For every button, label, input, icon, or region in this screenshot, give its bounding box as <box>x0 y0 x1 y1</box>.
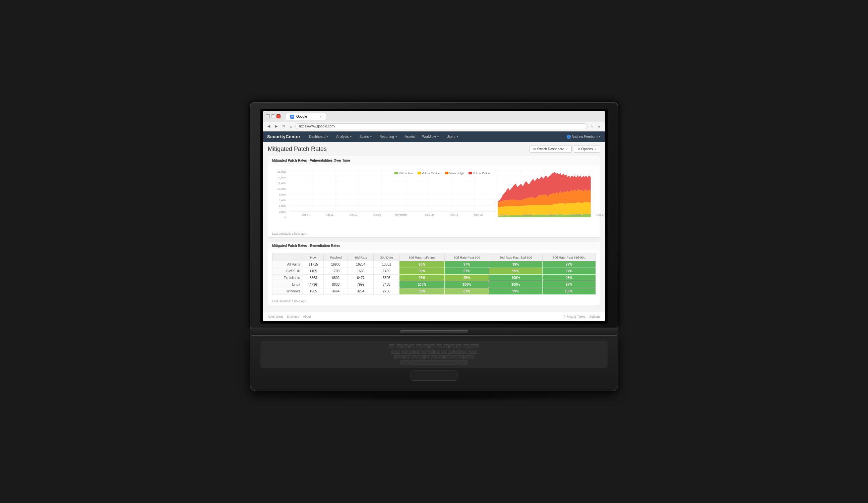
table-body: All Vulns1171516906162541388196%97%99%97… <box>272 261 596 294</box>
key <box>431 355 437 359</box>
cell-name: Linux <box>272 281 303 288</box>
cell-30d-rate: 7999 <box>348 281 374 288</box>
grid-icon: ⊞ <box>533 147 536 151</box>
menu-button[interactable]: ≡ <box>596 123 602 129</box>
key-row-1 <box>389 344 479 349</box>
key <box>438 355 444 359</box>
tab-label: Google <box>296 115 307 118</box>
key <box>443 344 449 349</box>
cell-past-61-90: 97% <box>542 268 596 274</box>
nav-items: Dashboard ▼ Analysis ▼ Scans ▼ Reporti <box>306 133 566 141</box>
cell-patched: 8033 <box>324 281 348 288</box>
nav-item-dashboard[interactable]: Dashboard ▼ <box>306 133 332 141</box>
footer-settings[interactable]: Settings <box>589 315 600 318</box>
bookmark-button[interactable]: ☆ <box>589 123 595 129</box>
y-label-10000: 10,000 <box>278 188 286 190</box>
cell-now: 1105 <box>303 268 324 274</box>
key <box>409 344 415 349</box>
key <box>424 355 430 359</box>
minimize-button[interactable] <box>266 114 270 118</box>
key <box>468 350 477 354</box>
switch-dashboard-button[interactable]: ⊞ Switch Dashboard ▼ <box>529 145 572 153</box>
keyboard-area <box>260 341 608 368</box>
x-label-oct18: Oct 18 <box>350 213 358 216</box>
col-header-name <box>272 253 303 261</box>
key <box>429 344 435 349</box>
footer-business[interactable]: Business <box>287 315 299 318</box>
col-header-30d-rate: 30d Rate <box>348 253 374 261</box>
key <box>417 355 424 359</box>
nav-item-workflow[interactable]: Workflow ▼ <box>419 133 443 141</box>
key <box>465 355 474 359</box>
table-header-row: Now Patched 30d Rate 30d Date 30d Rate -… <box>272 253 596 261</box>
y-label-14000: 14,000 <box>278 176 286 179</box>
screen: G Google × ◀ ▶ ↻ ⌂ https://www.google.co… <box>263 111 605 321</box>
restore-button[interactable] <box>271 114 275 118</box>
browser-tab[interactable]: G Google × <box>286 113 326 120</box>
reload-button[interactable]: ↻ <box>280 123 287 129</box>
nav-item-users[interactable]: Users ▼ <box>443 133 462 141</box>
chart-last-updated: Last Updated: 1 hour ago <box>268 231 600 238</box>
key <box>389 344 395 349</box>
cell-past-61-90: 97% <box>542 261 596 268</box>
y-label-8000: 8,000 <box>279 193 286 196</box>
chart-section-body: 16,000 14,000 12,000 10,000 8,000 6,000 … <box>268 165 600 231</box>
switch-caret: ▼ <box>566 148 568 150</box>
x-label-nov29: Nov 29 <box>499 213 507 216</box>
cell-past-30d: 97% <box>445 268 489 274</box>
cell-lifetime: 96% <box>400 261 445 268</box>
key <box>458 355 464 359</box>
app-nav: SecurityCenter Dashboard ▼ Analysis ▼ Sc… <box>263 131 605 142</box>
close-button[interactable] <box>277 114 280 118</box>
key <box>461 350 467 354</box>
cell-past-31-60: 95% <box>489 268 542 274</box>
footer-about[interactable]: About <box>303 315 311 318</box>
cell-past-30d: 95% <box>445 274 489 281</box>
chart-area: Oct 04 Oct 11 Oct 18 Oct 25 November Nov… <box>289 170 592 219</box>
address-bar[interactable]: https://www.google.com/ <box>295 123 588 129</box>
back-button[interactable]: ◀ <box>266 123 272 129</box>
dashboard-header: Mitigated Patch Rates ⊞ Switch Dashboard… <box>268 145 600 153</box>
trackpad[interactable] <box>411 371 457 381</box>
table-row: Windows196536643254270689%87%99%100% <box>272 288 596 294</box>
chart-section-header: Mitigated Patch Rates - Vulnerabilities … <box>268 156 600 165</box>
key <box>401 350 407 354</box>
x-label-nov15: Nov 15 <box>450 213 458 216</box>
table-last-updated: Last Updated: 1 hour ago <box>268 298 600 305</box>
cell-30d-rate: 16254 <box>348 261 374 268</box>
footer-advertising[interactable]: Advertising <box>268 315 283 318</box>
home-button[interactable]: ⌂ <box>288 123 294 129</box>
nav-item-analysis[interactable]: Analysis ▼ <box>333 133 355 141</box>
reporting-caret: ▼ <box>395 135 397 138</box>
cell-30d-date: 5505 <box>374 274 400 281</box>
cell-past-61-90: 98% <box>542 274 596 281</box>
col-header-patched: Patched <box>324 253 348 261</box>
cell-now: 4796 <box>303 281 324 288</box>
nav-item-reporting[interactable]: Reporting ▼ <box>376 133 401 141</box>
x-label-oct25: Oct 25 <box>373 213 381 216</box>
user-menu[interactable]: 👤 Andrew Freeborn ▼ <box>567 135 601 139</box>
cell-now: 3863 <box>303 274 324 281</box>
cell-30d-date: 7438 <box>374 281 400 288</box>
cell-30d-date: 1469 <box>374 268 400 274</box>
page-title: Mitigated Patch Rates <box>268 145 327 153</box>
key <box>454 350 461 354</box>
cell-30d-rate: 6477 <box>348 274 374 281</box>
table-row: Linux4796803379997438100%100%100%97% <box>272 281 596 288</box>
nav-item-scans[interactable]: Scans ▼ <box>356 133 376 141</box>
x-label-dec27: Dec 27 <box>597 213 605 216</box>
x-label-dec20: Dec 20 <box>572 213 580 216</box>
laptop-shadow <box>263 391 605 401</box>
cell-patched: 1703 <box>324 268 348 274</box>
nav-item-assets[interactable]: Assets <box>402 133 418 141</box>
tab-close-button[interactable]: × <box>320 115 322 118</box>
footer-privacy[interactable]: Privacy & Terms <box>564 315 586 318</box>
key-row-3 <box>394 355 474 359</box>
key <box>436 344 442 349</box>
key <box>450 344 455 349</box>
forward-button[interactable]: ▶ <box>273 123 279 129</box>
dashboard-content: Mitigated Patch Rates ⊞ Switch Dashboard… <box>263 142 605 312</box>
remediation-table: Now Patched 30d Rate 30d Date 30d Rate -… <box>272 253 596 295</box>
col-header-past-30d: 30d Rate Past 30d <box>445 253 489 261</box>
options-button[interactable]: ⚙ Options ▼ <box>574 145 600 153</box>
